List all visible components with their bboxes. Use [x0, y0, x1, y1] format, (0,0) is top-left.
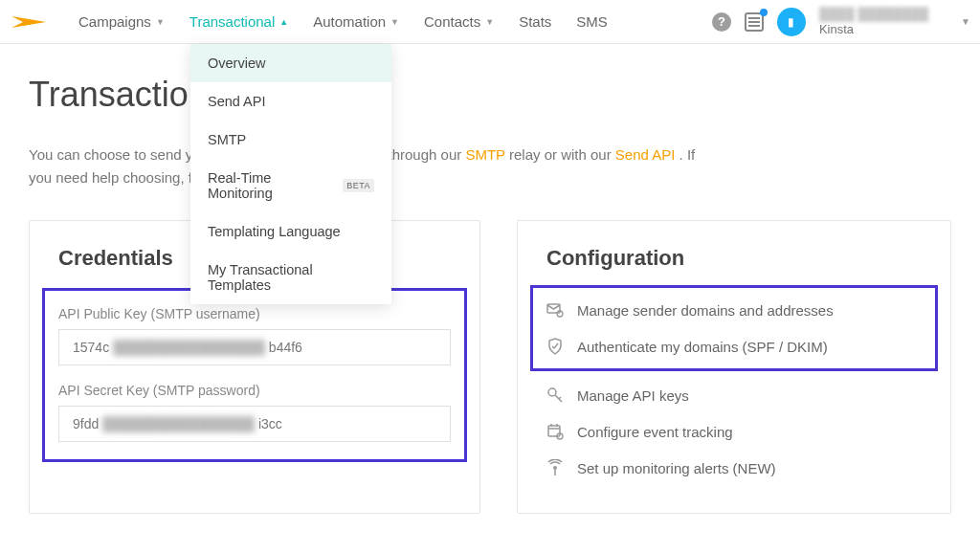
svg-point-3	[548, 388, 556, 396]
dropdown-item-label: Templating Language	[208, 224, 341, 239]
nav-stats[interactable]: Stats	[511, 10, 559, 33]
dropdown-item-templates[interactable]: My Transactional Templates	[190, 251, 391, 304]
dropdown-item-templating[interactable]: Templating Language	[190, 212, 391, 251]
notification-dot-icon	[760, 9, 768, 16]
value-suffix: b44f6	[269, 340, 302, 355]
configuration-card: Configuration Manage sender domains and …	[517, 220, 951, 514]
nav-campaigns[interactable]: Campaigns ▼	[71, 10, 172, 33]
nav-transactional[interactable]: Transactional ▲	[182, 10, 296, 33]
nav-contacts[interactable]: Contacts ▼	[416, 10, 501, 33]
dropdown-item-label: Overview	[208, 55, 265, 71]
public-key-value[interactable]: 1574c ████████████████ b44f6	[58, 329, 451, 365]
dropdown-item-label: Send API	[208, 94, 265, 109]
config-event-tracking[interactable]: Configure event tracking	[546, 413, 922, 450]
main-nav: Campaigns ▼ Transactional ▲ Automation ▼…	[71, 10, 615, 33]
nav-label: SMS	[576, 13, 608, 30]
value-blurred: ████████████████	[102, 416, 255, 431]
top-header: Campaigns ▼ Transactional ▲ Automation ▼…	[0, 0, 980, 44]
help-icon[interactable]: ?	[712, 12, 731, 32]
dropdown-item-label: Real-Time Monitoring	[208, 170, 335, 201]
send-api-link[interactable]: Send API	[615, 146, 676, 163]
value-prefix: 9fdd	[73, 416, 99, 431]
user-org: Kinsta	[819, 22, 928, 37]
secret-key-value[interactable]: 9fdd ████████████████ i3cc	[58, 406, 451, 442]
value-suffix: i3cc	[258, 416, 282, 431]
chevron-down-icon[interactable]: ▼	[961, 16, 970, 27]
logo[interactable]	[10, 10, 48, 34]
page-title: Transactional	[29, 75, 951, 115]
nav-sms[interactable]: SMS	[568, 10, 615, 33]
nav-label: Transactional	[189, 13, 276, 30]
value-prefix: 1574c	[73, 340, 109, 355]
envelope-gear-icon	[546, 301, 564, 319]
config-item-label: Set up monitoring alerts (NEW)	[577, 460, 776, 476]
intro-mid: relay or with our	[509, 146, 615, 163]
config-item-label: Authenticate my domains (SPF / DKIM)	[577, 339, 828, 355]
configuration-highlight: Manage sender domains and addresses Auth…	[530, 285, 938, 371]
avatar[interactable]: ▮	[777, 8, 806, 36]
notifications-button[interactable]	[745, 12, 764, 32]
transactional-dropdown: Overview Send API SMTP Real-Time Monitor…	[190, 44, 391, 304]
smtp-link[interactable]: SMTP	[465, 146, 504, 163]
svg-marker-0	[11, 16, 46, 28]
config-manage-sender[interactable]: Manage sender domains and addresses	[546, 292, 922, 328]
cards-row: Credentials API Public Key (SMTP usernam…	[29, 220, 951, 514]
nav-label: Stats	[519, 13, 551, 30]
shield-icon	[546, 338, 564, 355]
nav-label: Automation	[313, 13, 386, 30]
config-manage-api-keys[interactable]: Manage API keys	[546, 377, 922, 413]
beta-badge: BETA	[343, 179, 374, 192]
nav-label: Campaigns	[78, 13, 151, 30]
svg-point-6	[553, 466, 557, 470]
user-menu[interactable]: ████ ████████ Kinsta	[819, 7, 928, 36]
chevron-down-icon: ▼	[485, 17, 494, 27]
config-monitoring-alerts[interactable]: Set up monitoring alerts (NEW)	[546, 450, 922, 486]
configuration-heading: Configuration	[546, 246, 922, 271]
dropdown-item-realtime[interactable]: Real-Time Monitoring BETA	[190, 159, 391, 212]
key-icon	[546, 386, 564, 404]
nav-label: Contacts	[424, 13, 480, 30]
config-item-label: Manage sender domains and addresses	[577, 302, 834, 319]
public-key-label: API Public Key (SMTP username)	[58, 306, 451, 321]
dropdown-item-label: SMTP	[208, 132, 246, 147]
chevron-up-icon: ▲	[279, 17, 288, 27]
config-item-label: Manage API keys	[577, 387, 689, 404]
dropdown-item-label: My Transactional Templates	[208, 262, 374, 293]
credentials-highlight: API Public Key (SMTP username) 1574c ███…	[42, 288, 467, 462]
logo-arrow-icon	[10, 11, 48, 33]
dropdown-item-overview[interactable]: Overview	[190, 44, 391, 82]
calendar-gear-icon	[546, 423, 564, 440]
secret-key-label: API Secret Key (SMTP password)	[58, 383, 451, 398]
page-body: Transactional You can choose to send you…	[0, 44, 980, 533]
chevron-down-icon: ▼	[156, 17, 165, 27]
nav-automation[interactable]: Automation ▼	[305, 10, 407, 33]
value-blurred: ████████████████	[113, 340, 265, 355]
config-authenticate-domains[interactable]: Authenticate my domains (SPF / DKIM)	[546, 328, 922, 364]
antenna-icon	[546, 459, 564, 476]
chevron-down-icon: ▼	[390, 17, 399, 27]
dropdown-item-smtp[interactable]: SMTP	[190, 121, 391, 159]
user-name: ████ ████████	[819, 7, 928, 22]
header-right: ? ▮ ████ ████████ Kinsta ▼	[712, 7, 970, 36]
config-item-label: Configure event tracking	[577, 424, 733, 440]
dropdown-item-send-api[interactable]: Send API	[190, 82, 391, 121]
